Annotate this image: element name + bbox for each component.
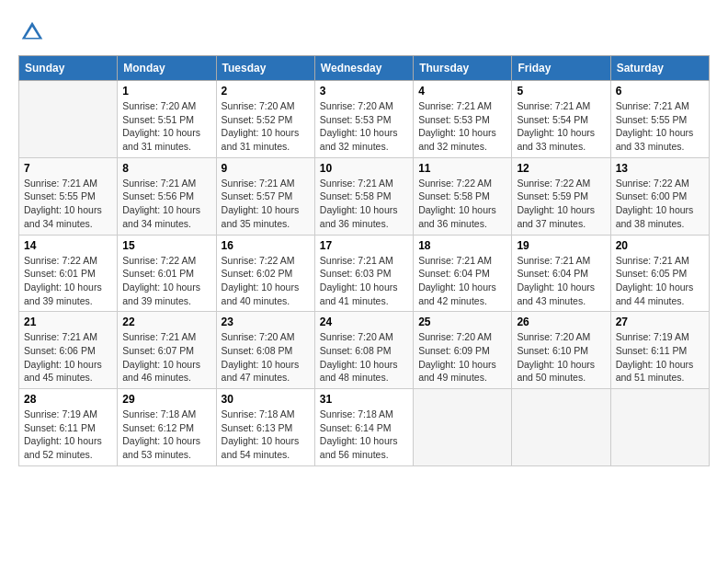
day-number: 13: [616, 162, 704, 175]
header-day-friday: Friday: [512, 56, 610, 81]
header-day-wednesday: Wednesday: [314, 56, 413, 81]
calendar-cell: 6Sunrise: 7:21 AMSunset: 5:55 PMDaylight…: [610, 81, 709, 158]
calendar-cell: [414, 389, 512, 466]
day-number: 9: [222, 162, 310, 175]
calendar-cell: 16Sunrise: 7:22 AMSunset: 6:02 PMDayligh…: [216, 235, 314, 312]
day-number: 24: [320, 316, 408, 328]
day-info: Sunrise: 7:20 AMSunset: 5:51 PMDaylight:…: [122, 99, 210, 154]
day-number: 2: [222, 85, 310, 98]
day-number: 26: [517, 316, 605, 328]
day-info: Sunrise: 7:19 AMSunset: 6:11 PMDaylight:…: [616, 330, 704, 385]
week-row-1: 1Sunrise: 7:20 AMSunset: 5:51 PMDaylight…: [19, 81, 710, 158]
day-number: 30: [222, 393, 310, 406]
calendar-cell: 24Sunrise: 7:20 AMSunset: 6:08 PMDayligh…: [314, 312, 413, 389]
header-day-sunday: Sunday: [19, 56, 118, 81]
calendar-cell: 23Sunrise: 7:20 AMSunset: 6:08 PMDayligh…: [216, 312, 314, 389]
day-info: Sunrise: 7:21 AMSunset: 5:54 PMDaylight:…: [517, 99, 605, 154]
calendar-cell: 4Sunrise: 7:21 AMSunset: 5:53 PMDaylight…: [414, 81, 512, 158]
calendar-cell: 2Sunrise: 7:20 AMSunset: 5:52 PMDaylight…: [216, 81, 314, 158]
calendar-cell: 5Sunrise: 7:21 AMSunset: 5:54 PMDaylight…: [512, 81, 610, 158]
calendar-cell: 15Sunrise: 7:22 AMSunset: 6:01 PMDayligh…: [118, 235, 216, 312]
day-number: 23: [222, 316, 310, 328]
header-day-monday: Monday: [118, 56, 216, 81]
day-number: 5: [517, 85, 605, 98]
calendar-cell: 25Sunrise: 7:20 AMSunset: 6:09 PMDayligh…: [414, 312, 512, 389]
calendar-cell: 19Sunrise: 7:21 AMSunset: 6:04 PMDayligh…: [512, 235, 610, 312]
day-number: 4: [418, 85, 506, 98]
logo-icon: [18, 18, 46, 46]
calendar-cell: 3Sunrise: 7:20 AMSunset: 5:53 PMDaylight…: [314, 81, 413, 158]
day-info: Sunrise: 7:22 AMSunset: 6:00 PMDaylight:…: [616, 177, 704, 231]
day-number: 22: [122, 316, 210, 328]
calendar-cell: 14Sunrise: 7:22 AMSunset: 6:01 PMDayligh…: [19, 235, 118, 312]
day-info: Sunrise: 7:20 AMSunset: 6:10 PMDaylight:…: [517, 330, 605, 385]
calendar-table: SundayMondayTuesdayWednesdayThursdayFrid…: [18, 55, 710, 466]
day-info: Sunrise: 7:21 AMSunset: 5:55 PMDaylight:…: [616, 99, 704, 154]
calendar-cell: 10Sunrise: 7:21 AMSunset: 5:58 PMDayligh…: [314, 157, 413, 235]
day-info: Sunrise: 7:22 AMSunset: 5:59 PMDaylight:…: [517, 177, 605, 231]
day-info: Sunrise: 7:21 AMSunset: 5:57 PMDaylight:…: [222, 177, 310, 231]
day-number: 11: [418, 162, 506, 175]
day-info: Sunrise: 7:21 AMSunset: 6:07 PMDaylight:…: [122, 330, 210, 385]
calendar-cell: 21Sunrise: 7:21 AMSunset: 6:06 PMDayligh…: [19, 312, 118, 389]
day-info: Sunrise: 7:21 AMSunset: 6:04 PMDaylight:…: [517, 254, 605, 308]
day-info: Sunrise: 7:21 AMSunset: 5:56 PMDaylight:…: [122, 177, 210, 231]
day-info: Sunrise: 7:18 AMSunset: 6:13 PMDaylight:…: [222, 408, 310, 462]
day-number: 21: [24, 316, 112, 328]
day-number: 25: [418, 316, 506, 328]
header: [18, 18, 710, 46]
day-number: 8: [122, 162, 210, 175]
day-number: 12: [517, 162, 605, 175]
calendar-cell: 26Sunrise: 7:20 AMSunset: 6:10 PMDayligh…: [512, 312, 610, 389]
day-info: Sunrise: 7:22 AMSunset: 6:01 PMDaylight:…: [24, 254, 112, 308]
day-info: Sunrise: 7:20 AMSunset: 5:52 PMDaylight:…: [222, 99, 310, 154]
calendar-cell: 29Sunrise: 7:18 AMSunset: 6:12 PMDayligh…: [118, 389, 216, 466]
day-info: Sunrise: 7:21 AMSunset: 6:05 PMDaylight:…: [616, 254, 704, 308]
week-row-4: 21Sunrise: 7:21 AMSunset: 6:06 PMDayligh…: [19, 312, 710, 389]
day-number: 29: [122, 393, 210, 406]
week-row-3: 14Sunrise: 7:22 AMSunset: 6:01 PMDayligh…: [19, 235, 710, 312]
day-number: 17: [320, 239, 408, 252]
day-info: Sunrise: 7:22 AMSunset: 5:58 PMDaylight:…: [418, 177, 506, 231]
calendar-cell: 22Sunrise: 7:21 AMSunset: 6:07 PMDayligh…: [118, 312, 216, 389]
day-info: Sunrise: 7:20 AMSunset: 6:08 PMDaylight:…: [222, 330, 310, 385]
calendar-cell: 9Sunrise: 7:21 AMSunset: 5:57 PMDaylight…: [216, 157, 314, 235]
calendar-cell: 12Sunrise: 7:22 AMSunset: 5:59 PMDayligh…: [512, 157, 610, 235]
day-number: 10: [320, 162, 408, 175]
day-number: 15: [122, 239, 210, 252]
day-info: Sunrise: 7:19 AMSunset: 6:11 PMDaylight:…: [24, 408, 112, 462]
day-number: 19: [517, 239, 605, 252]
week-row-2: 7Sunrise: 7:21 AMSunset: 5:55 PMDaylight…: [19, 157, 710, 235]
day-info: Sunrise: 7:21 AMSunset: 6:04 PMDaylight:…: [418, 254, 506, 308]
day-number: 6: [616, 85, 704, 98]
day-info: Sunrise: 7:21 AMSunset: 6:06 PMDaylight:…: [24, 330, 112, 385]
calendar-cell: 17Sunrise: 7:21 AMSunset: 6:03 PMDayligh…: [314, 235, 413, 312]
day-number: 27: [616, 316, 704, 328]
day-number: 20: [616, 239, 704, 252]
logo: [18, 18, 48, 46]
day-info: Sunrise: 7:20 AMSunset: 6:08 PMDaylight:…: [320, 330, 408, 385]
header-day-saturday: Saturday: [610, 56, 709, 81]
calendar-cell: 28Sunrise: 7:19 AMSunset: 6:11 PMDayligh…: [19, 389, 118, 466]
day-number: 28: [24, 393, 112, 406]
calendar-cell: 1Sunrise: 7:20 AMSunset: 5:51 PMDaylight…: [118, 81, 216, 158]
calendar-cell: 18Sunrise: 7:21 AMSunset: 6:04 PMDayligh…: [414, 235, 512, 312]
day-info: Sunrise: 7:18 AMSunset: 6:14 PMDaylight:…: [320, 408, 408, 462]
calendar-cell: 27Sunrise: 7:19 AMSunset: 6:11 PMDayligh…: [610, 312, 709, 389]
day-number: 7: [24, 162, 112, 175]
calendar-cell: 7Sunrise: 7:21 AMSunset: 5:55 PMDaylight…: [19, 157, 118, 235]
day-info: Sunrise: 7:21 AMSunset: 5:53 PMDaylight:…: [418, 99, 506, 154]
calendar-cell: 30Sunrise: 7:18 AMSunset: 6:13 PMDayligh…: [216, 389, 314, 466]
day-info: Sunrise: 7:22 AMSunset: 6:02 PMDaylight:…: [222, 254, 310, 308]
day-info: Sunrise: 7:20 AMSunset: 6:09 PMDaylight:…: [418, 330, 506, 385]
day-info: Sunrise: 7:20 AMSunset: 5:53 PMDaylight:…: [320, 99, 408, 154]
calendar-cell: 8Sunrise: 7:21 AMSunset: 5:56 PMDaylight…: [118, 157, 216, 235]
day-info: Sunrise: 7:22 AMSunset: 6:01 PMDaylight:…: [122, 254, 210, 308]
calendar-header-row: SundayMondayTuesdayWednesdayThursdayFrid…: [19, 56, 710, 81]
week-row-5: 28Sunrise: 7:19 AMSunset: 6:11 PMDayligh…: [19, 389, 710, 466]
day-number: 31: [320, 393, 408, 406]
calendar-cell: 13Sunrise: 7:22 AMSunset: 6:00 PMDayligh…: [610, 157, 709, 235]
calendar-cell: [19, 81, 118, 158]
day-info: Sunrise: 7:18 AMSunset: 6:12 PMDaylight:…: [122, 408, 210, 462]
header-day-tuesday: Tuesday: [216, 56, 314, 81]
